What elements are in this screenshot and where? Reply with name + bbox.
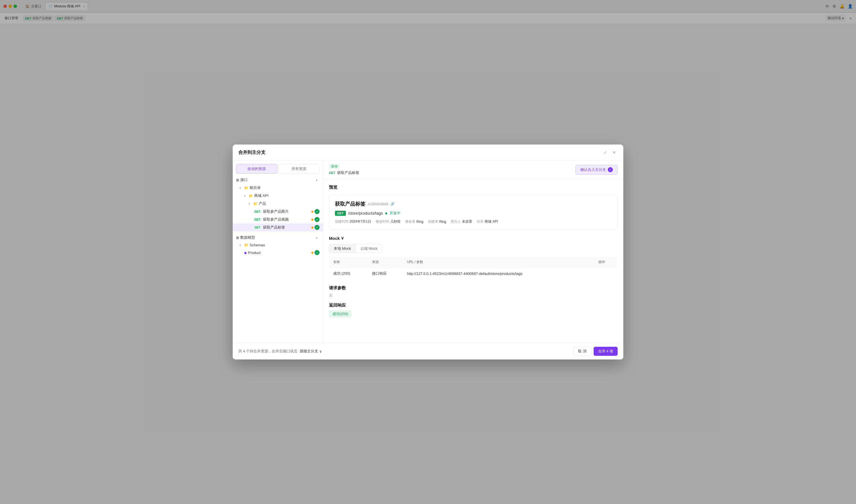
modal-overlay: 合并到主分支 ⤢ ✕ 改动的资源 所有资源 [0, 0, 856, 24]
